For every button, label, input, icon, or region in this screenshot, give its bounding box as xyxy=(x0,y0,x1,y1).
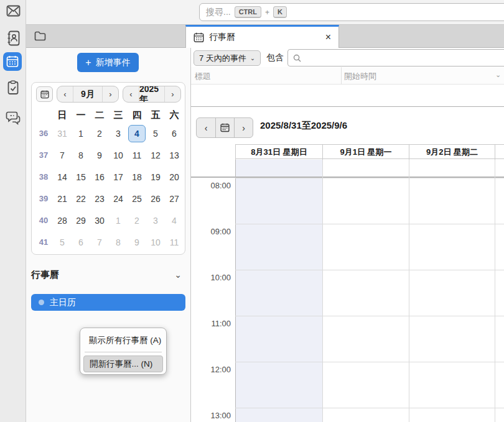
mini-calendar-day[interactable]: 3 xyxy=(146,212,165,229)
event-list-header-row: 標題 開始時間 ⌄ xyxy=(191,67,504,85)
mini-calendar-day[interactable]: 11 xyxy=(165,234,184,251)
event-search-input[interactable] xyxy=(287,49,504,67)
tab-calendar[interactable]: 行事曆 × xyxy=(185,25,339,48)
mini-calendar-day[interactable]: 27 xyxy=(165,190,184,208)
mini-calendar-day[interactable]: 13 xyxy=(165,147,184,164)
menu-item-new-calendar[interactable]: 開新行事曆... (N) xyxy=(83,355,163,372)
mini-calendar-day[interactable]: 28 xyxy=(53,212,72,229)
pick-date-button[interactable] xyxy=(215,118,234,137)
mini-calendar-day[interactable]: 30 xyxy=(90,212,109,229)
month-navigator: ‹ 9月 › xyxy=(57,86,119,103)
mini-calendar-day[interactable]: 15 xyxy=(72,168,90,186)
calendar-list-item-main[interactable]: 主日历 xyxy=(31,294,185,311)
calendars-section-header[interactable]: 行事曆 ⌄ xyxy=(31,267,185,282)
mini-calendar-day[interactable]: 24 xyxy=(109,190,128,208)
mini-calendar-day[interactable]: 9 xyxy=(128,234,146,251)
calendar-space-button-active[interactable] xyxy=(3,52,22,71)
mini-calendar-day[interactable]: 10 xyxy=(146,234,165,251)
mini-calendar-day[interactable]: 8 xyxy=(72,147,90,164)
mini-calendar-day[interactable]: 6 xyxy=(72,234,90,251)
mini-calendar-day[interactable]: 8 xyxy=(109,234,128,251)
next-week-button[interactable]: › xyxy=(234,118,253,137)
mini-calendar-day[interactable]: 6 xyxy=(165,125,184,142)
address-book-space-button[interactable] xyxy=(0,30,26,46)
mini-calendar-day[interactable]: 1 xyxy=(109,212,128,229)
small-calendar-icon xyxy=(40,90,49,99)
event-range-dropdown[interactable]: 7 天內的事件 ⌄ xyxy=(194,50,261,66)
day-column-header[interactable]: 9月2日 星期二 xyxy=(409,145,495,160)
mini-calendar-day[interactable]: 29 xyxy=(72,212,90,229)
mini-calendar-day[interactable]: 31 xyxy=(53,125,72,142)
hour-gridline xyxy=(235,362,504,362)
mini-calendar-day[interactable]: 4 xyxy=(165,212,184,229)
shortcut-plus: + xyxy=(265,8,269,17)
prev-year-button[interactable]: ‹ xyxy=(123,86,139,102)
small-calendar-icon xyxy=(220,123,230,132)
mini-calendar: ‹ 9月 › ‹ 2025年 › 日一二三四五六 363112345637789… xyxy=(31,82,185,255)
calendar-tab-icon xyxy=(194,32,204,43)
mini-calendar-day[interactable]: 19 xyxy=(146,168,165,186)
mini-calendar-day[interactable]: 25 xyxy=(128,190,146,208)
mini-calendar-day[interactable]: 9 xyxy=(90,147,109,164)
mini-calendar-day[interactable]: 7 xyxy=(53,147,72,164)
calendar-icon xyxy=(6,55,19,68)
calendars-section-title: 行事曆 xyxy=(31,269,59,281)
mini-calendar-day[interactable]: 2 xyxy=(90,125,109,142)
mini-calendar-day[interactable]: 3 xyxy=(109,125,128,142)
global-search-input[interactable]: 搜尋... CTRL + K xyxy=(199,3,504,21)
tab-title: 行事曆 xyxy=(209,32,235,43)
magnifier-icon xyxy=(293,54,301,62)
all-day-row[interactable] xyxy=(235,160,504,177)
day-column-header-partial[interactable] xyxy=(495,145,504,160)
mini-calendar-day[interactable]: 22 xyxy=(72,190,90,208)
day-column-divider xyxy=(322,160,323,422)
mini-calendar-day[interactable]: 18 xyxy=(128,168,146,186)
mini-calendar-day[interactable]: 17 xyxy=(109,168,128,186)
spaces-toolbar xyxy=(0,0,26,422)
mini-calendar-day[interactable]: 16 xyxy=(90,168,109,186)
search-placeholder: 搜尋... xyxy=(206,7,231,18)
mini-calendar-grid: 3631123456377891011121338141516171819203… xyxy=(32,122,185,253)
mini-calendar-day[interactable]: 5 xyxy=(53,234,72,251)
chat-space-button[interactable] xyxy=(0,110,26,125)
mini-calendar-day[interactable]: 12 xyxy=(146,147,165,164)
tasks-space-button[interactable] xyxy=(0,80,26,95)
mini-calendar-day[interactable]: 1 xyxy=(72,125,90,142)
mail-space-button[interactable] xyxy=(0,4,26,17)
k-keycap: K xyxy=(273,6,287,18)
mini-calendar-day[interactable]: 20 xyxy=(165,168,184,186)
hour-label: 09:00 xyxy=(194,227,231,236)
mini-calendar-day[interactable]: 11 xyxy=(128,147,146,164)
year-navigator: ‹ 2025年 › xyxy=(123,86,181,103)
previous-week-button[interactable]: ‹ xyxy=(197,118,215,137)
mini-calendar-today-button[interactable] xyxy=(36,86,53,102)
mini-calendar-day[interactable]: 26 xyxy=(146,190,165,208)
mini-calendar-day[interactable]: 7 xyxy=(90,234,109,251)
column-header-title[interactable]: 標題 xyxy=(195,71,211,82)
folder-pane-toggle-button[interactable] xyxy=(34,31,46,43)
mini-calendar-day[interactable]: 2 xyxy=(128,212,146,229)
day-column-header[interactable]: 9月1日 星期一 xyxy=(322,145,409,160)
column-header-start-time[interactable]: 開始時間 xyxy=(344,71,376,82)
hour-gridline xyxy=(235,408,504,408)
next-month-button[interactable]: › xyxy=(103,86,118,102)
mini-calendar-day[interactable]: 10 xyxy=(109,147,128,164)
day-column-header[interactable]: 8月31日 星期日 xyxy=(235,145,322,160)
tab-close-button[interactable]: × xyxy=(325,32,331,42)
weekday-header-cell: 一 xyxy=(72,109,90,122)
hour-gridline xyxy=(235,178,504,178)
mini-calendar-day[interactable]: 21 xyxy=(53,190,72,208)
menu-item-show-all-calendars[interactable]: 顯示所有行事曆 (A) xyxy=(83,332,163,349)
tasks-icon xyxy=(7,80,19,95)
hour-label: 11:00 xyxy=(194,319,231,328)
new-event-button[interactable]: + 新增事件 xyxy=(77,53,139,72)
column-picker-chevron-icon[interactable]: ⌄ xyxy=(495,71,501,79)
mini-calendar-day-selected[interactable]: 4 xyxy=(128,125,146,142)
mini-calendar-day[interactable]: 5 xyxy=(146,125,165,142)
hour-label: 13:00 xyxy=(194,411,231,420)
mini-calendar-day[interactable]: 14 xyxy=(53,168,72,186)
event-list-empty-area xyxy=(191,85,504,107)
mini-calendar-day[interactable]: 23 xyxy=(90,190,109,208)
next-year-button[interactable]: › xyxy=(165,86,180,102)
prev-month-button[interactable]: ‹ xyxy=(57,86,73,102)
